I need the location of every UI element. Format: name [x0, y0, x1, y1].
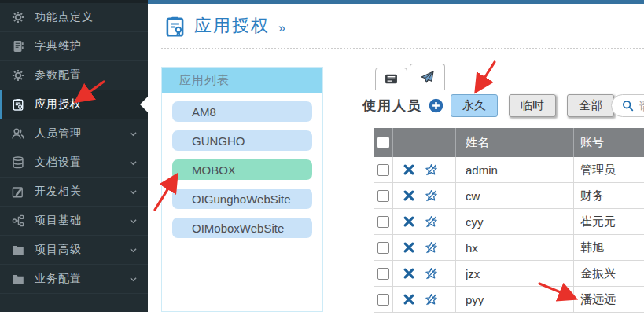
star-slash-icon[interactable] [425, 163, 438, 177]
sidebar-item-label: 人员管理 [35, 126, 128, 141]
x-mark-icon[interactable] [403, 293, 415, 306]
sidebar-item[interactable]: 字典维护 [0, 32, 148, 61]
filter-button[interactable]: 永久 [451, 94, 498, 117]
cell-select [374, 261, 393, 286]
edit-icon [12, 185, 24, 198]
row-checkbox[interactable] [377, 242, 389, 254]
x-mark-icon[interactable] [403, 215, 415, 228]
app-list-item[interactable]: AM8 [172, 101, 312, 122]
table-row: admin 管理员 [374, 157, 644, 183]
users-icon [12, 127, 24, 140]
star-slash-icon[interactable] [425, 215, 438, 229]
app-list-panel: 应用列表 AM8 GUNGHO MOBOX OIGunghoWebSite OI… [161, 67, 323, 312]
cell-user-name: admin [456, 157, 574, 182]
chevron-down-icon [128, 245, 138, 255]
sidebar-item[interactable]: 参数配置 [0, 61, 148, 90]
cell-actions [393, 157, 456, 182]
page-title-suffix: » [278, 17, 285, 35]
app-list: AM8 GUNGHO MOBOX OIGunghoWebSite OIMobox… [162, 93, 322, 246]
sidebar-item[interactable]: 文档设置 [0, 148, 148, 178]
table-header-actions [393, 128, 456, 157]
cell-user-account: 潘远远 [574, 287, 644, 312]
sidebar-item[interactable]: 应用授权 [0, 90, 148, 119]
main-area: 使用人员 永久 临时 全部 [362, 59, 644, 315]
cell-user-name: hx [456, 235, 574, 260]
row-checkbox[interactable] [377, 268, 389, 280]
x-mark-icon[interactable] [403, 267, 415, 280]
sidebar-item[interactable]: 开发相关 [0, 178, 148, 207]
x-mark-icon[interactable] [403, 189, 415, 202]
cell-select [374, 287, 393, 312]
star-slash-icon[interactable] [425, 293, 438, 306]
page-title: 应用授权 [194, 14, 270, 38]
star-slash-icon[interactable] [425, 189, 438, 203]
app-list-item[interactable]: GUNGHO [172, 130, 312, 151]
tab[interactable] [375, 68, 407, 90]
filter-button[interactable]: 临时 [509, 94, 556, 117]
cell-user-name: cyy [456, 209, 574, 234]
sidebar-item[interactable]: 业务配置 [0, 265, 148, 294]
chevron-down-icon [128, 187, 138, 197]
cell-select [374, 209, 393, 234]
clipboard-award-icon [12, 98, 24, 111]
table-row: hx 韩旭 [374, 235, 644, 261]
sidebar-item-label: 项目基础 [35, 214, 128, 228]
table-row: cw 财务 [374, 183, 644, 209]
folder-icon [12, 244, 24, 256]
star-slash-icon[interactable] [425, 241, 438, 255]
search-box[interactable] [611, 94, 644, 117]
cell-user-account: 韩旭 [574, 235, 644, 260]
tab-bar [362, 63, 445, 90]
toolbar: 使用人员 永久 临时 全部 [362, 93, 644, 118]
cell-actions [393, 183, 456, 208]
row-checkbox[interactable] [377, 216, 389, 228]
x-mark-icon[interactable] [403, 163, 415, 176]
x-mark-icon[interactable] [403, 241, 415, 254]
sidebar-item[interactable]: 人员管理 [0, 119, 148, 148]
search-input[interactable] [639, 100, 644, 112]
sidebar-item-label: 文档设置 [35, 156, 128, 170]
sidebar-item-label: 字典维护 [35, 39, 128, 53]
tab[interactable] [410, 64, 445, 90]
content-area: 应用授权 » 应用列表 AM8 GUNGHO MOBOX OIGunghoWeb… [148, 4, 644, 315]
cell-user-account: 财务 [574, 183, 644, 208]
chevron-down-icon [128, 274, 138, 284]
sidebar-item-label: 应用授权 [35, 97, 128, 112]
cell-select [374, 183, 393, 208]
sidebar-item-label: 参数配置 [35, 68, 128, 82]
list-card-icon [385, 72, 398, 86]
search-icon [622, 100, 634, 112]
app-list-item[interactable]: OIGunghoWebSite [172, 189, 312, 209]
chevron-down-icon [128, 158, 138, 168]
gear-icon [12, 69, 24, 82]
row-checkbox[interactable] [377, 294, 389, 306]
table-header-account: 账号 [574, 128, 644, 157]
sidebar-item[interactable]: 项目基础 [0, 207, 148, 236]
row-checkbox[interactable] [377, 190, 389, 202]
app-list-item[interactable]: MOBOX [172, 159, 312, 180]
star-slash-icon[interactable] [425, 267, 438, 280]
cell-select [374, 235, 393, 260]
select-all-checkbox[interactable] [377, 137, 389, 148]
sidebar: 功能点定义 字典维护 参数配置 应用授权 [0, 0, 148, 312]
sidebar-item-label: 开发相关 [35, 185, 128, 199]
cell-user-account: 管理员 [574, 157, 644, 182]
app-list-item[interactable]: OIMoboxWebSite [172, 218, 312, 238]
cell-select [374, 157, 393, 182]
cell-actions [393, 209, 456, 234]
table-row: pyy 潘远远 [374, 287, 644, 313]
dictionary-icon [12, 40, 24, 53]
sitemap-icon [12, 214, 24, 227]
page-header: 应用授权 » [148, 4, 644, 38]
sidebar-item[interactable]: 功能点定义 [0, 3, 148, 32]
app-window: 功能点定义 字典维护 参数配置 应用授权 [0, 0, 644, 315]
filter-button[interactable]: 全部 [567, 94, 614, 117]
plus-circle-icon[interactable] [429, 98, 443, 113]
sidebar-item-label: 业务配置 [35, 272, 128, 286]
row-checkbox[interactable] [377, 164, 389, 176]
sidebar-item[interactable]: 项目高级 [0, 236, 148, 265]
active-item-wedge [140, 97, 148, 112]
table-row: jzx 金振兴 [374, 261, 644, 287]
section-label: 使用人员 [362, 97, 422, 115]
clipboard-award-icon [164, 16, 186, 37]
